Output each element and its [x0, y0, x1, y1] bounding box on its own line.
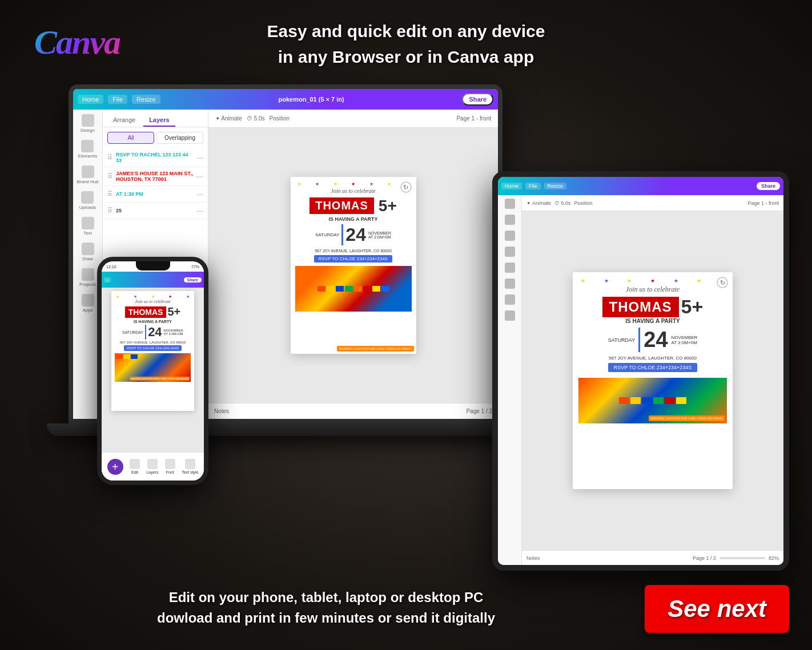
tablet-body: Home File Resize Share [492, 171, 789, 571]
tablet-projects-icon[interactable] [505, 294, 515, 305]
layer-item-1[interactable]: ⠿ RSVP TO RACHEL 123 123 44 33 ··· [103, 148, 208, 167]
refresh-icon[interactable]: ↻ [400, 181, 412, 193]
name-age-row: THOMAS 5+ [309, 195, 397, 216]
icon-text[interactable]: Text [82, 217, 94, 236]
phone-share-btn[interactable]: Share [184, 277, 202, 282]
tablet-duration-btn[interactable]: ⏱ 5.0s [554, 200, 571, 206]
tablet-page-label: Page 1 - front [747, 200, 779, 206]
tablet-file-btn[interactable]: File [525, 183, 541, 189]
page-count: Page 1 / 2 [466, 408, 492, 414]
phone-lego: WARNING LAUGHTER AND CAKE OVERLOAD AHEAD [115, 353, 191, 382]
phone-edit-btn[interactable]: Edit [130, 459, 140, 474]
phone-bottom-bar: + Edit Layers Font Text style [102, 452, 204, 481]
icon-draw[interactable]: Draw [82, 243, 94, 261]
phone-layers-btn[interactable]: Layers [146, 459, 158, 474]
tablet-date-label: SATURDAY [608, 337, 636, 343]
position-btn[interactable]: Position [270, 115, 290, 122]
see-next-button[interactable]: See next [645, 585, 789, 633]
animate-btn[interactable]: ✦ Animate [215, 115, 242, 122]
tablet-apps-icon[interactable] [505, 310, 515, 321]
lego-image [295, 266, 412, 312]
font-icon [165, 459, 175, 469]
tablet-notes[interactable]: Notes [526, 555, 540, 561]
phone-curved-text: Join us to celebrate [135, 299, 171, 304]
tablet-name-age: THOMAS 5+ [602, 296, 704, 318]
layers-icon [147, 459, 158, 469]
tablet-zoom-slider[interactable] [719, 557, 765, 559]
canvas-bottom: Notes Page 1 / 2 [208, 403, 498, 419]
laptop-file-btn[interactable]: File [108, 95, 127, 104]
tablet-icon-bar [498, 195, 522, 565]
tablet-uploads-icon[interactable] [505, 247, 515, 257]
phone-notch [136, 261, 170, 271]
icon-uploads[interactable]: Uploads [79, 191, 96, 210]
tablet-brand-icon[interactable] [505, 231, 515, 241]
layer-drag-handle: ⠿ [107, 154, 112, 162]
date-num: 24 [341, 224, 366, 245]
phone-time: 12:10 [106, 265, 116, 269]
laptop-resize-btn[interactable]: Resize [132, 95, 160, 104]
layer-drag-handle: ⠿ [107, 207, 112, 215]
layer-item-4[interactable]: ⠿ 25 ··· [103, 203, 208, 219]
panel-toggle: All Overlapping [103, 127, 208, 148]
party-text: IS HAVING A PARTY [328, 216, 377, 222]
tablet-text-icon[interactable] [505, 263, 515, 273]
tablet-resize-btn[interactable]: Resize [544, 183, 567, 189]
tablet-draw-icon[interactable] [505, 278, 515, 289]
tablet-stars: ★★★★★★★ [578, 278, 727, 284]
tablet-date-num: 24 [638, 328, 668, 352]
layer-more-icon-1[interactable]: ··· [196, 153, 203, 162]
canvas-toolbar2: ✦ Animate ⏱ 5.0s Position Page 1 - front [208, 110, 498, 128]
bottom-line2: dowload and print in few minutes or send… [23, 608, 629, 628]
tablet-date-row: SATURDAY 24 NOVEMBER AT 2:0M+0M [608, 328, 698, 352]
phone-screen: 12:10 77% ⌂ Share ★★★★★ Join us to celeb… [102, 261, 204, 481]
toggle-all[interactable]: All [107, 132, 154, 144]
date-row: SATURDAY 24 NOVEMBER AT 2:0M+0M [315, 224, 391, 245]
tablet-lego: WARNING LAUGHTER AND CAKE OVERLOAD AHEAD [578, 378, 727, 423]
panel-tabs: Arrange Layers [103, 110, 208, 127]
panel-tab-layers[interactable]: Layers [143, 114, 175, 127]
layer-more-icon-3[interactable]: ··· [196, 189, 203, 199]
phone-home-btn[interactable]: ⌂ [104, 277, 111, 282]
phone-name: THOMAS [125, 306, 167, 318]
icon-apps[interactable]: Apps [82, 294, 94, 313]
tablet-workspace: ★★★★★★★ Join us to celebrate THOMAS 5+ I… [522, 211, 783, 550]
layer-text-2: JAMES'S HOUSE 123 MAIN ST., HOUSTON, TX … [116, 171, 193, 182]
stars-row: ★★★★★★★ [295, 181, 412, 187]
tablet-address: 567 JOY AVENUE, LAUGHTER, CO 80020 [609, 356, 697, 361]
phone-font-btn[interactable]: Font [165, 459, 175, 474]
phone-age: 5+ [167, 305, 180, 318]
phone-main: ★★★★★ Join us to celebrate THOMAS 5+ IS … [102, 288, 204, 452]
duration-btn[interactable]: ⏱ 5.0s [247, 115, 265, 122]
phone-canvas-area: ★★★★★ Join us to celebrate THOMAS 5+ IS … [102, 288, 204, 452]
icon-projects[interactable]: Projects [79, 268, 96, 287]
icon-elements[interactable]: Elements [78, 140, 97, 159]
tablet-zoom-level: 82% [769, 555, 779, 561]
layer-item-2[interactable]: ⠿ JAMES'S HOUSE 123 MAIN ST., HOUSTON, T… [103, 167, 208, 186]
lego-brick [653, 397, 664, 404]
phone-date-label: SATURDAY [122, 330, 143, 334]
phone-text-style-btn[interactable]: Text style [182, 459, 198, 474]
tablet-refresh-icon[interactable]: ↻ [717, 277, 728, 288]
tablet-canvas-bottom: Notes Page 1 / 2 82% [522, 550, 783, 565]
tablet-home-btn[interactable]: Home [501, 183, 522, 189]
notes-label[interactable]: Notes [214, 408, 229, 414]
tablet-position-btn[interactable]: Position [574, 200, 593, 206]
laptop-home-btn[interactable]: Home [78, 95, 103, 104]
layer-more-icon-2[interactable]: ··· [196, 172, 203, 181]
icon-brand-hub[interactable]: Brand Hub [77, 165, 98, 184]
layer-item-3[interactable]: ⠿ AT 1:30 PM ··· [103, 186, 208, 203]
laptop-canvas-area: ✦ Animate ⏱ 5.0s Position Page 1 - front [208, 110, 498, 419]
address-text: 567 JOY AVENUE, LAUGHTER, CO 80020 [315, 249, 392, 253]
icon-design[interactable]: Design [81, 114, 95, 133]
phone-add-btn[interactable]: + [107, 459, 123, 475]
tablet-elements-icon[interactable] [505, 215, 515, 225]
layer-more-icon-4[interactable]: ··· [196, 206, 203, 215]
phone-date-row: SATURDAY 24 NOVEMBER AT 2:0M+0M [122, 325, 183, 340]
laptop-share-btn[interactable]: Share [462, 93, 493, 106]
toggle-overlapping[interactable]: Overlapping [156, 132, 203, 144]
tablet-animate-btn[interactable]: ✦ Animate [526, 200, 551, 206]
tablet-design-icon[interactable] [505, 199, 515, 209]
tablet-share-btn[interactable]: Share [757, 182, 780, 190]
panel-tab-arrange[interactable]: Arrange [107, 114, 141, 127]
